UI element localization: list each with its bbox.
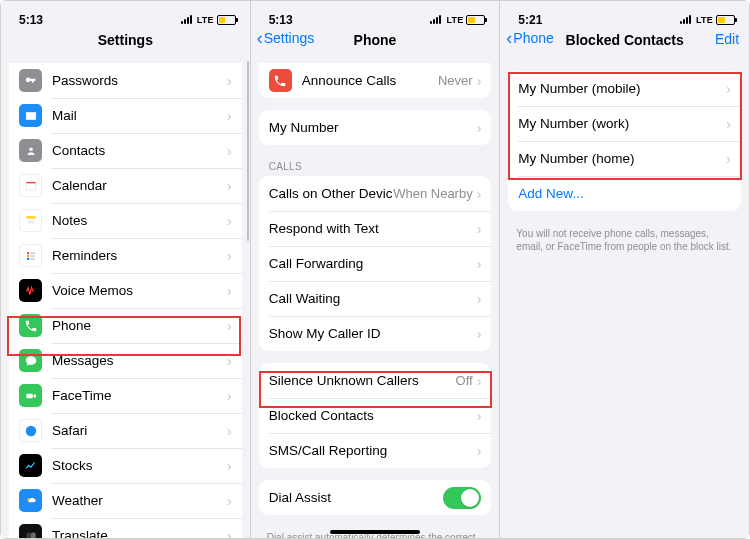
signal-icon (430, 15, 441, 24)
settings-row-translate[interactable]: Translate› (9, 518, 242, 538)
chevron-right-icon: › (227, 73, 232, 89)
battery-icon (716, 15, 735, 25)
svg-point-14 (25, 425, 36, 436)
settings-row-facetime[interactable]: FaceTime› (9, 378, 242, 413)
phone-icon (269, 69, 292, 92)
messages-icon (19, 349, 42, 372)
chevron-right-icon: › (227, 283, 232, 299)
blocked-contact-row[interactable]: My Number (work)› (508, 106, 741, 141)
voice-icon (19, 279, 42, 302)
chevron-right-icon: › (477, 73, 482, 89)
chevron-right-icon: › (227, 143, 232, 159)
row-label: Blocked Contacts (269, 408, 477, 423)
svg-rect-17 (31, 532, 36, 538)
settings-row-calendar[interactable]: Calendar› (9, 168, 242, 203)
chevron-right-icon: › (477, 256, 482, 272)
home-indicator[interactable] (330, 530, 420, 534)
blocked-contacts-screen: 5:21 LTE ‹ Phone Blocked Contacts Edit M… (500, 1, 749, 538)
nav-bar: Settings (1, 25, 250, 59)
row-show-my-caller-id[interactable]: Show My Caller ID› (259, 316, 492, 351)
stocks-icon (19, 454, 42, 477)
chevron-right-icon: › (227, 318, 232, 334)
status-bar: 5:13 LTE (251, 1, 500, 25)
row-label: FaceTime (52, 388, 227, 403)
row-announce-calls[interactable]: Announce Calls Never › (259, 63, 492, 98)
facetime-icon (19, 384, 42, 407)
edit-button[interactable]: Edit (715, 31, 739, 47)
network-label: LTE (446, 15, 463, 25)
row-label: Respond with Text (269, 221, 477, 236)
svg-rect-16 (26, 532, 31, 538)
row-label: Weather (52, 493, 227, 508)
row-label: Contacts (52, 143, 227, 158)
svg-rect-13 (26, 393, 32, 398)
row-detail: When Nearby (393, 186, 472, 201)
chevron-right-icon: › (227, 388, 232, 404)
battery-icon (466, 15, 485, 25)
settings-row-safari[interactable]: Safari› (9, 413, 242, 448)
blocked-contact-row[interactable]: My Number (home)› (508, 141, 741, 176)
scrollbar[interactable] (247, 61, 249, 241)
page-title: Settings (98, 32, 153, 48)
row-detail: Off (456, 373, 473, 388)
row-label: My Number (home) (518, 151, 726, 166)
toggle-dial-assist[interactable] (443, 487, 481, 509)
chevron-right-icon: › (227, 423, 232, 439)
row-label: Reminders (52, 248, 227, 263)
row-label: Show My Caller ID (269, 326, 477, 341)
key-icon (19, 69, 42, 92)
calendar-icon (19, 174, 42, 197)
chevron-left-icon: ‹ (506, 29, 512, 47)
settings-row-voice[interactable]: Voice Memos› (9, 273, 242, 308)
chevron-right-icon: › (227, 213, 232, 229)
svg-rect-3 (26, 216, 35, 218)
row-detail: Never (438, 73, 473, 88)
chevron-right-icon: › (726, 81, 731, 97)
add-new-button[interactable]: Add New... (508, 176, 741, 211)
row-respond-with-text[interactable]: Respond with Text› (259, 211, 492, 246)
back-button[interactable]: ‹ Phone (506, 29, 553, 47)
phone-icon (19, 314, 42, 337)
chevron-right-icon: › (477, 186, 482, 202)
row-call-waiting[interactable]: Call Waiting› (259, 281, 492, 316)
settings-row-key[interactable]: Passwords› (9, 63, 242, 98)
row-label: Messages (52, 353, 227, 368)
row-label: Stocks (52, 458, 227, 473)
chevron-right-icon: › (227, 493, 232, 509)
settings-row-reminders[interactable]: Reminders› (9, 238, 242, 273)
row-dial-assist[interactable]: Dial Assist (259, 480, 492, 515)
settings-row-contacts[interactable]: Contacts› (9, 133, 242, 168)
chevron-right-icon: › (477, 373, 482, 389)
network-label: LTE (696, 15, 713, 25)
settings-row-messages[interactable]: Messages› (9, 343, 242, 378)
row-silence-unknown-callers[interactable]: Silence Unknown CallersOff› (259, 363, 492, 398)
row-sms-call-reporting[interactable]: SMS/Call Reporting› (259, 433, 492, 468)
svg-point-0 (29, 147, 33, 151)
row-my-number[interactable]: My Number › (259, 110, 492, 145)
svg-rect-2 (26, 183, 35, 189)
row-call-forwarding[interactable]: Call Forwarding› (259, 246, 492, 281)
row-label: Dial Assist (269, 490, 444, 505)
back-button[interactable]: ‹ Settings (257, 29, 315, 47)
nav-bar: ‹ Settings Phone (251, 25, 500, 59)
settings-row-stocks[interactable]: Stocks› (9, 448, 242, 483)
blocked-contact-row[interactable]: My Number (mobile)› (508, 71, 741, 106)
notes-icon (19, 209, 42, 232)
nav-bar: ‹ Phone Blocked Contacts Edit (500, 25, 749, 59)
settings-row-phone[interactable]: Phone› (9, 308, 242, 343)
row-blocked-contacts[interactable]: Blocked Contacts› (259, 398, 492, 433)
row-label: My Number (269, 120, 477, 135)
row-label: My Number (mobile) (518, 81, 726, 96)
svg-point-9 (26, 257, 28, 259)
network-label: LTE (197, 15, 214, 25)
row-calls-on-other-devices[interactable]: Calls on Other DevicesWhen Nearby› (259, 176, 492, 211)
settings-row-notes[interactable]: Notes› (9, 203, 242, 238)
translate-icon (19, 524, 42, 538)
settings-row-mail[interactable]: Mail› (9, 98, 242, 133)
chevron-right-icon: › (477, 120, 482, 136)
row-label: Call Waiting (269, 291, 477, 306)
footer-blocked: You will not receive phone calls, messag… (500, 223, 749, 261)
settings-screen: 5:13 LTE Settings Passwords›Mail›Contact… (1, 1, 251, 538)
row-label: Phone (52, 318, 227, 333)
settings-row-weather[interactable]: Weather› (9, 483, 242, 518)
